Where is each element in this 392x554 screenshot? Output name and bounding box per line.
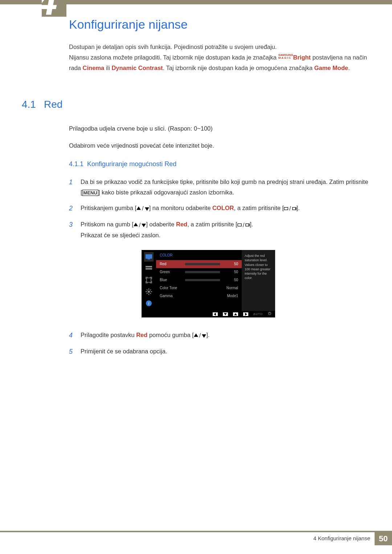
- svg-line-22: [147, 293, 148, 294]
- osd-slider: [185, 279, 220, 281]
- osd-control-bar: AUTO: [209, 311, 275, 317]
- step-text: Prilagodite postavku Red pomoću gumba [/…: [81, 330, 371, 341]
- up-icon: [233, 312, 238, 316]
- step-number: 3: [69, 219, 81, 241]
- step-number: 5: [69, 346, 81, 358]
- step-number: 1: [69, 177, 81, 198]
- osd-slider: [185, 271, 220, 273]
- svg-line-21: [150, 293, 151, 294]
- svg-point-15: [148, 291, 150, 293]
- svg-marker-27: [224, 313, 227, 315]
- page-footer: 4 Konfiguriranje nijanse 50: [0, 531, 392, 544]
- osd-row-color-tone: Color ToneNormal: [156, 284, 242, 292]
- subsection-heading: 4.1.1 Konfiguriranje mogućnosti Red: [69, 160, 371, 168]
- picture-icon: [144, 252, 154, 262]
- osd-row-value: Mode1: [223, 293, 238, 299]
- up-down-icon: /: [194, 330, 207, 341]
- svg-rect-10: [146, 254, 152, 259]
- intro-line1: Dostupan je detaljan opis svih funkcija.…: [69, 42, 371, 52]
- osd-row-value: Normal: [223, 285, 238, 291]
- step-text: Pritiskanjem gumba [/] na monitoru odabe…: [81, 203, 371, 214]
- step-text: Da bi se prikazao vodič za funkcijske ti…: [81, 177, 371, 198]
- svg-rect-14: [147, 278, 151, 282]
- osd-screenshot-container: iCOLORRed50Green50Blue50Color ToneNormal…: [69, 246, 371, 325]
- svg-marker-1: [145, 207, 149, 211]
- osd-row-label: Gamma: [160, 293, 182, 299]
- svg-marker-5: [134, 223, 138, 226]
- svg-marker-28: [234, 313, 237, 315]
- section-p2: Odabirom veće vrijednosti povećat ćete i…: [69, 140, 371, 151]
- section-4-1: 4.1 Red Prilagodba udjela crvene boje u …: [22, 99, 371, 363]
- svg-rect-2: [284, 207, 288, 210]
- step-4: 4Prilagodite postavku Red pomoću gumba […: [69, 330, 371, 341]
- intro-block: Dostupan je detaljan opis svih funkcija.…: [69, 42, 371, 73]
- step-number: 2: [69, 203, 81, 214]
- svg-rect-13: [146, 268, 152, 270]
- step-3: 3Pritiskom na gumb [/] odaberite Red, a …: [69, 219, 371, 241]
- section-p1: Prilagodba udjela crvene boje u slici. (…: [69, 123, 371, 134]
- section-heading: 4.1 Red: [22, 99, 371, 110]
- footer-text: 4 Konfiguriranje nijanse: [309, 532, 375, 545]
- size-icon: [144, 275, 154, 285]
- osd-row-gamma: GammaMode1: [156, 292, 242, 300]
- menu-button-label: MENU: [82, 190, 98, 196]
- svg-marker-29: [245, 313, 247, 316]
- osd-row-green: Green50: [156, 268, 242, 276]
- osd-row-value: 50: [223, 269, 238, 275]
- svg-marker-32: [194, 333, 198, 337]
- osd-slider: [185, 263, 220, 265]
- osd-title: COLOR: [156, 250, 242, 260]
- svg-marker-4: [295, 208, 296, 209]
- osd-row-label: Color Tone: [160, 285, 182, 291]
- left-icon: [213, 312, 218, 316]
- svg-marker-9: [249, 224, 250, 226]
- svg-marker-33: [202, 334, 206, 338]
- page-title: Konfiguriranje nijanse: [69, 17, 371, 32]
- osd-row-blue: Blue50: [156, 276, 242, 284]
- svg-rect-11: [148, 259, 150, 259]
- svg-line-23: [150, 290, 151, 291]
- samsung-magic-logo: SAMSUNGMAGIC: [278, 54, 293, 59]
- osd-sidebar: i: [142, 250, 156, 317]
- svg-marker-6: [142, 223, 146, 227]
- section-title: Red: [44, 99, 62, 110]
- up-down-icon: /: [134, 220, 146, 230]
- osd-row-value: 50: [223, 277, 238, 283]
- chapter-tab: 4: [42, 0, 66, 17]
- svg-line-20: [147, 290, 148, 291]
- section-number: 4.1: [22, 99, 36, 110]
- osd-panel: iCOLORRed50Green50Blue50Color ToneNormal…: [142, 250, 275, 317]
- chapter-number: 4: [42, 0, 57, 17]
- osd-row-label: Blue: [160, 277, 182, 283]
- footer-page-number: 50: [375, 532, 392, 545]
- osd-help-text: Adjust the red saturation level. Values …: [242, 250, 275, 317]
- power-icon: [268, 311, 271, 317]
- steps-list: 1Da bi se prikazao vodič za funkcijske t…: [69, 177, 371, 358]
- osd-main: COLORRed50Green50Blue50Color ToneNormalG…: [156, 250, 242, 317]
- page-content: Konfiguriranje nijanse Dostupan je detal…: [69, 17, 371, 73]
- step-5: 5Primijenit će se odabrana opcija.: [69, 346, 371, 358]
- intro-line2: Nijansu zaslona možete prilagoditi. Taj …: [69, 52, 371, 73]
- step-text: Primijenit će se odabrana opcija.: [81, 346, 371, 358]
- step-number: 4: [69, 330, 81, 341]
- down-icon: [223, 312, 228, 316]
- auto-label: AUTO: [253, 312, 263, 317]
- settings-icon: [144, 287, 154, 296]
- up-down-icon: /: [136, 203, 149, 214]
- osd-row-label: Red: [160, 261, 182, 267]
- osd-row-label: Green: [160, 269, 182, 275]
- svg-rect-12: [146, 266, 152, 267]
- right-icon: [243, 312, 248, 316]
- svg-text:i: i: [148, 301, 149, 306]
- step-text: Pritiskom na gumb [/] odaberite Red, a z…: [81, 219, 371, 241]
- osd-row-red: Red50: [156, 260, 242, 268]
- enter-source-icon: /: [237, 220, 250, 230]
- svg-marker-0: [136, 206, 141, 210]
- svg-rect-7: [238, 224, 241, 226]
- step-2: 2Pritiskanjem gumba [/] na monitoru odab…: [69, 203, 371, 214]
- info-icon: i: [144, 299, 154, 308]
- enter-source-icon: /: [284, 203, 297, 214]
- step-1: 1Da bi se prikazao vodič za funkcijske t…: [69, 177, 371, 198]
- osd-row-value: 50: [223, 261, 238, 267]
- color-icon: [144, 264, 154, 273]
